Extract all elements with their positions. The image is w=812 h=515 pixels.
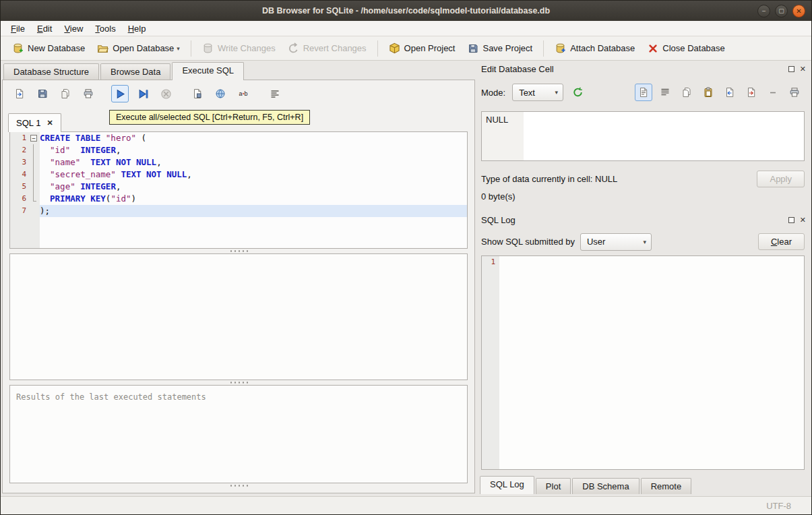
write-changes-icon bbox=[202, 42, 214, 54]
line-number: 5 bbox=[10, 181, 29, 193]
browse-table-button[interactable] bbox=[212, 85, 229, 102]
results-message-pane[interactable]: Results of the last executed statements bbox=[9, 385, 468, 483]
sql-log-header: SQL Log ✕ bbox=[477, 212, 811, 227]
tab-database-structure[interactable]: Database Structure bbox=[3, 63, 99, 80]
sql-log-title: SQL Log bbox=[481, 215, 516, 225]
close-database-button[interactable]: Close Database bbox=[641, 39, 731, 57]
splitter-dots-icon bbox=[229, 382, 248, 384]
line-number: 1 bbox=[10, 132, 29, 144]
format-icon: ab bbox=[238, 88, 249, 100]
copy-cell-button[interactable] bbox=[678, 84, 695, 101]
menu-edit[interactable]: Edit bbox=[31, 22, 58, 36]
fold-guide bbox=[29, 193, 40, 205]
paste-cell-button[interactable] bbox=[699, 84, 717, 101]
splitter-handle[interactable] bbox=[3, 483, 474, 488]
results-placeholder: Results of the last executed statements bbox=[16, 392, 206, 402]
save-sql-as-icon bbox=[60, 88, 71, 100]
cell-editor[interactable]: NULL bbox=[481, 111, 805, 161]
close-button[interactable]: ✕ bbox=[792, 5, 805, 18]
paste-icon bbox=[703, 87, 714, 98]
menu-file[interactable]: File bbox=[5, 22, 31, 36]
tab-execute-sql[interactable]: Execute SQL bbox=[172, 62, 244, 80]
tab-sql-log[interactable]: SQL Log bbox=[480, 476, 534, 494]
float-panel-icon[interactable] bbox=[788, 217, 794, 223]
print-sql-button[interactable] bbox=[80, 85, 97, 102]
close-tab-icon[interactable]: ✕ bbox=[46, 119, 53, 127]
null-icon bbox=[768, 87, 779, 98]
save-project-button[interactable]: Save Project bbox=[461, 39, 538, 57]
menu-view[interactable]: View bbox=[58, 22, 89, 36]
cell-value: NULL bbox=[486, 115, 508, 125]
menu-help[interactable]: Help bbox=[122, 22, 152, 36]
auto-update-button[interactable] bbox=[569, 84, 586, 101]
text-view-button[interactable] bbox=[635, 84, 652, 101]
fold-guide bbox=[29, 181, 40, 193]
toolbar-button-label: New Database bbox=[28, 43, 85, 53]
encoding-indicator: UTF-8 bbox=[766, 501, 791, 511]
minimize-button[interactable]: – bbox=[757, 5, 770, 18]
save-sql-as-button[interactable] bbox=[57, 85, 74, 102]
editor-line: 3 "name" TEXT NOT NULL, bbox=[10, 156, 467, 169]
print-icon bbox=[789, 87, 801, 98]
maximize-button[interactable]: ▢ bbox=[775, 5, 788, 18]
import-cell-button[interactable] bbox=[721, 84, 739, 101]
execute-all-button[interactable] bbox=[111, 85, 129, 102]
open-sql-file-button[interactable] bbox=[11, 85, 28, 102]
toolbar-button-label: Write Changes bbox=[218, 43, 276, 53]
menu-bar: FileEditViewToolsHelp bbox=[1, 21, 811, 36]
mode-select[interactable]: Text bbox=[512, 84, 563, 101]
tab-sql-1[interactable]: SQL 1 ✕ bbox=[8, 113, 61, 132]
float-panel-icon[interactable] bbox=[788, 66, 794, 72]
fold-marker-icon[interactable]: − bbox=[29, 132, 40, 144]
attach-database-button[interactable]: Attach Database bbox=[549, 39, 641, 57]
save-results-icon bbox=[192, 88, 204, 100]
tab-db-schema[interactable]: DB Schema bbox=[572, 478, 639, 494]
tab-remote[interactable]: Remote bbox=[641, 478, 692, 494]
code-text: ); bbox=[40, 205, 467, 217]
word-wrap-cell-button[interactable] bbox=[656, 84, 674, 101]
word-wrap-button[interactable] bbox=[266, 85, 284, 102]
toolbar-button-label: Save Project bbox=[482, 43, 532, 53]
format-sql-button[interactable]: ab bbox=[235, 85, 252, 102]
sql-tab-label: SQL 1 bbox=[16, 118, 40, 128]
log-filter-label: Show SQL submitted by bbox=[481, 237, 575, 247]
sql-log-area[interactable]: 1 bbox=[481, 255, 805, 470]
fold-guide bbox=[29, 169, 40, 181]
print-cell-button[interactable] bbox=[786, 84, 803, 101]
execute-current-line-button[interactable] bbox=[134, 85, 152, 102]
sql-editor[interactable]: 1−CREATE TABLE "hero" (2 "id" INTEGER,3 … bbox=[9, 131, 468, 249]
main-content: Database StructureBrowse DataExecute SQL… bbox=[1, 61, 811, 496]
splitter-handle[interactable] bbox=[3, 249, 474, 253]
tab-plot[interactable]: Plot bbox=[536, 478, 571, 494]
export-cell-button[interactable] bbox=[743, 84, 760, 101]
results-grid-pane[interactable] bbox=[9, 253, 468, 380]
log-filter-select[interactable]: User bbox=[580, 233, 652, 251]
mode-row: Mode: Text bbox=[481, 83, 805, 102]
close-panel-icon[interactable]: ✕ bbox=[800, 65, 806, 73]
status-bar: UTF-8 bbox=[1, 496, 811, 514]
set-null-button[interactable] bbox=[764, 84, 782, 101]
open-database-dropdown-icon[interactable]: ▾ bbox=[177, 45, 180, 52]
title-bar: DB Browser for SQLite - /home/user/code/… bbox=[1, 1, 811, 21]
line-number: 4 bbox=[10, 169, 29, 181]
splitter-handle[interactable] bbox=[3, 380, 474, 385]
line-number: 7 bbox=[10, 205, 29, 217]
import-icon bbox=[724, 87, 736, 98]
open-database-icon bbox=[97, 42, 108, 54]
menu-tools[interactable]: Tools bbox=[89, 22, 121, 36]
open-project-button[interactable]: Open Project bbox=[383, 39, 462, 57]
toolbar-button-label: Open Database bbox=[113, 43, 174, 53]
clear-log-button[interactable]: Clear bbox=[758, 233, 805, 250]
cell-editor-gutter: NULL bbox=[482, 112, 524, 160]
log-controls: Show SQL submitted by User Clear bbox=[481, 233, 805, 251]
open-database-button[interactable]: Open Database▾ bbox=[91, 39, 186, 57]
cell-editor-area[interactable] bbox=[524, 112, 804, 160]
cell-info-row: Type of data currently in cell: NULL App… bbox=[481, 171, 805, 187]
new-database-button[interactable]: New Database bbox=[6, 39, 91, 57]
tab-browse-data[interactable]: Browse Data bbox=[100, 63, 170, 80]
save-sql-file-button[interactable] bbox=[34, 85, 51, 102]
code-text: "id" INTEGER, bbox=[40, 144, 467, 156]
save-results-button[interactable] bbox=[189, 85, 206, 102]
close-panel-icon[interactable]: ✕ bbox=[800, 216, 806, 224]
sql-toolbar: ab bbox=[3, 80, 474, 107]
